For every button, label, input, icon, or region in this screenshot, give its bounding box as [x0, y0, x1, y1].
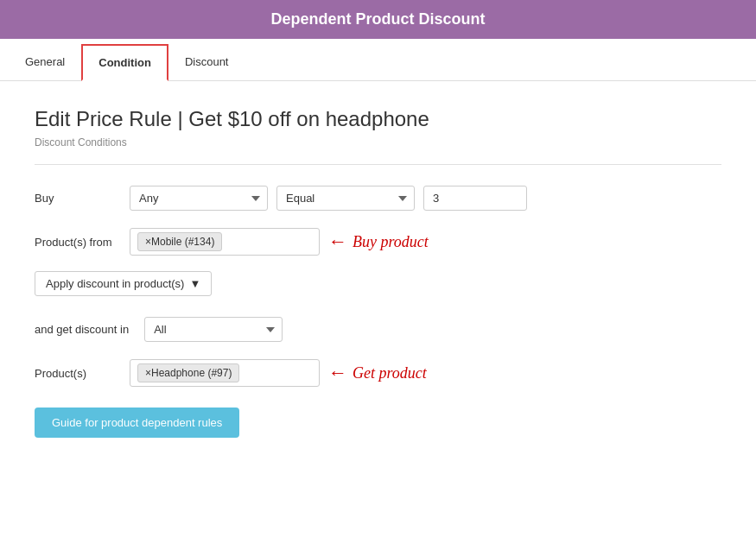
guide-button-container: Guide for product dependent rules — [35, 408, 721, 438]
buy-select[interactable]: Any All — [130, 186, 268, 211]
get-product-annotation: ← Get product — [328, 363, 427, 382]
buy-row: Buy Any All Equal Greater than Less than — [35, 186, 721, 211]
tab-condition[interactable]: Condition — [81, 44, 168, 81]
products-from-input[interactable]: ×Mobile (#134) — [130, 228, 320, 256]
apply-discount-label: Apply discount in product(s) — [46, 277, 184, 290]
get-product-label: Get product — [353, 364, 427, 382]
buy-product-annotation: ← Buy product — [328, 232, 429, 251]
equal-select[interactable]: Equal Greater than Less than — [276, 186, 415, 211]
headphone-tag-label: ×Headphone (#97) — [145, 367, 232, 379]
arrow-left-get-icon: ← — [328, 363, 347, 382]
guide-button[interactable]: Guide for product dependent rules — [35, 408, 239, 438]
apply-discount-row: Apply discount in product(s) ▼ — [35, 271, 721, 296]
main-content: Edit Price Rule | Get $10 off on headpho… — [0, 81, 756, 464]
tabs-container: General Condition Discount — [0, 39, 756, 81]
buy-label: Buy — [35, 192, 121, 205]
buy-product-label: Buy product — [353, 233, 429, 251]
page-title: Edit Price Rule | Get $10 off on headpho… — [35, 107, 721, 131]
get-discount-row: and get discount in All Select Products — [35, 317, 721, 342]
quantity-input[interactable] — [423, 186, 527, 211]
products-from-row: Product(s) from ×Mobile (#134) ← Buy pro… — [35, 228, 721, 256]
mobile-tag-label: ×Mobile (#134) — [145, 236, 214, 248]
arrow-left-icon: ← — [328, 232, 347, 251]
apply-discount-button[interactable]: Apply discount in product(s) ▼ — [35, 271, 212, 296]
products-row: Product(s) ×Headphone (#97) ← Get produc… — [35, 359, 721, 387]
divider — [35, 164, 721, 165]
get-discount-label: and get discount in — [35, 323, 129, 336]
page-header: Dependent Product Discount — [0, 0, 756, 39]
apply-discount-chevron: ▼ — [189, 277, 200, 290]
mobile-tag: ×Mobile (#134) — [137, 232, 222, 251]
products-label: Product(s) — [35, 367, 121, 380]
tab-discount[interactable]: Discount — [168, 44, 245, 80]
products-from-label: Product(s) from — [35, 236, 121, 249]
products-input[interactable]: ×Headphone (#97) — [130, 359, 320, 387]
tab-general[interactable]: General — [9, 44, 81, 80]
guide-button-label: Guide for product dependent rules — [52, 416, 222, 429]
header-title: Dependent Product Discount — [270, 10, 485, 28]
headphone-tag: ×Headphone (#97) — [137, 363, 239, 382]
get-discount-select[interactable]: All Select Products — [144, 317, 283, 342]
section-label: Discount Conditions — [35, 136, 721, 148]
